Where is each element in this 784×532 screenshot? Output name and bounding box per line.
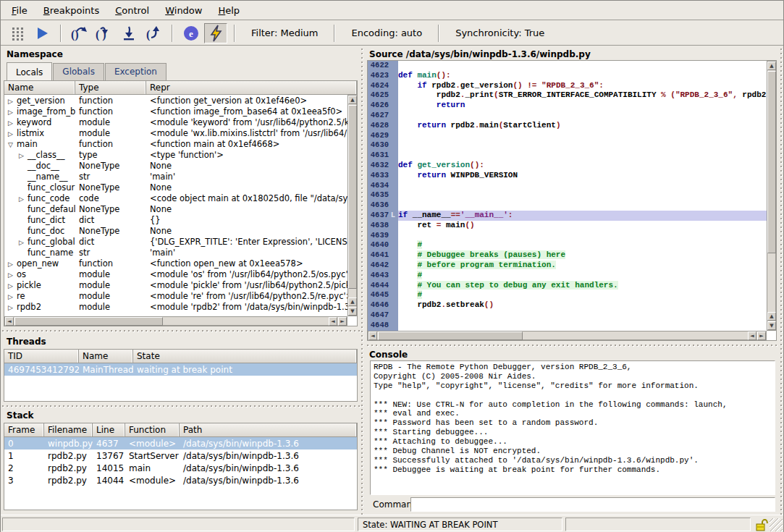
break-button[interactable] bbox=[6, 23, 29, 43]
tab-locals[interactable]: Locals bbox=[7, 62, 52, 81]
stack-frame-row[interactable]: 3rpdb2.py14044<module>/data/sys/bin/winp… bbox=[4, 474, 357, 486]
threads-stack-splitter[interactable] bbox=[1, 403, 361, 409]
next-button[interactable]: () bbox=[68, 23, 91, 43]
scroll-left-button[interactable]: ◄ bbox=[748, 332, 756, 340]
goto-button[interactable]: ( bbox=[142, 23, 165, 43]
source-line[interactable]: if rpdb2.get_version() != "RPDB_2_3_6": bbox=[398, 81, 767, 91]
scroll-right-button[interactable]: ► bbox=[338, 317, 347, 326]
namespace-row[interactable]: func_namestr'main' bbox=[4, 247, 347, 258]
scroll-right-button[interactable]: ► bbox=[757, 332, 766, 340]
scroll-down-button[interactable]: ▼ bbox=[767, 321, 776, 330]
gutter-line[interactable]: 4634 bbox=[368, 181, 398, 191]
encoding-button[interactable]: e bbox=[180, 23, 203, 43]
hscroll-thumb[interactable] bbox=[14, 317, 163, 326]
source-line[interactable]: def get_version(): bbox=[398, 161, 767, 171]
namespace-row[interactable]: ▷remodule<module 're' from '/usr/lib64/p… bbox=[4, 290, 347, 301]
column-header-name[interactable]: Name bbox=[79, 350, 133, 363]
namespace-row[interactable]: ▷func_globaldict{'DLG_EXPR_TITLE': 'Ente… bbox=[4, 236, 347, 247]
column-header-filename[interactable]: Filename bbox=[44, 423, 93, 436]
gutter-line[interactable]: 4628 bbox=[368, 121, 398, 131]
gutter-line[interactable]: 4636 bbox=[368, 200, 398, 211]
column-header-type[interactable]: Type bbox=[75, 81, 146, 94]
gutter-line[interactable]: 4644 bbox=[368, 281, 398, 291]
source-line[interactable]: # bbox=[398, 240, 767, 250]
gutter-line[interactable]: 4643 bbox=[368, 271, 398, 281]
menu-item-control[interactable]: Control bbox=[107, 2, 157, 19]
gutter-line[interactable]: 4626 bbox=[368, 101, 398, 111]
tab-exception[interactable]: Exception bbox=[105, 63, 167, 80]
source-line[interactable] bbox=[398, 181, 767, 191]
source-code[interactable]: def main(): if rpdb2.get_version() != "R… bbox=[398, 61, 767, 331]
scroll-up-button[interactable]: ▲ bbox=[348, 297, 357, 306]
resize-grip[interactable] bbox=[770, 518, 783, 531]
expand-icon[interactable]: ▷ bbox=[8, 282, 17, 290]
source-line[interactable]: # before program termination. bbox=[398, 261, 767, 271]
source-line[interactable]: return rpdb2.main(StartClient) bbox=[398, 121, 767, 131]
collapse-icon[interactable]: ▽ bbox=[8, 141, 17, 148]
scroll-left-button[interactable]: ◄ bbox=[368, 332, 377, 340]
gutter-line[interactable]: 4635 bbox=[368, 190, 398, 200]
namespace-row[interactable]: ▷open_newfunction<function open_new at 0… bbox=[4, 258, 347, 269]
column-header-name[interactable]: Name bbox=[4, 81, 75, 94]
source-vscrollbar[interactable]: ▲ ▲ ▼ bbox=[767, 61, 776, 331]
source-line[interactable] bbox=[398, 131, 767, 141]
stack-frame-row[interactable]: 0winpdb.py4637<module>/data/sys/bin/winp… bbox=[4, 437, 357, 449]
namespace-vscrollbar[interactable]: ▲ ▲ ▼ bbox=[347, 95, 357, 316]
expand-icon[interactable]: ▷ bbox=[8, 130, 17, 138]
source-line[interactable]: # Debuggee breaks (pauses) here bbox=[398, 250, 767, 261]
source-line[interactable]: # bbox=[398, 271, 767, 281]
gutter-line[interactable]: 4623 bbox=[368, 71, 398, 81]
source-line[interactable]: def main(): bbox=[398, 71, 767, 81]
namespace-hscrollbar[interactable]: ◄ ◄ ► bbox=[4, 316, 347, 326]
gutter-line[interactable]: 4647 bbox=[368, 311, 398, 321]
namespace-row[interactable]: func_docNoneTypeNone bbox=[4, 225, 347, 236]
namespace-row[interactable]: ▷image_from_bfunction<function image_fro… bbox=[4, 106, 347, 117]
menu-item-file[interactable]: File bbox=[4, 2, 35, 19]
namespace-row[interactable]: ▷rpdb2module<module 'rpdb2' from '/data/… bbox=[4, 301, 347, 312]
namespace-row[interactable]: ▷osmodule<module 'os' from '/usr/lib64/p… bbox=[4, 269, 347, 279]
menu-item-breakpoints[interactable]: Breakpoints bbox=[35, 2, 107, 19]
source-line[interactable]: ret = main() bbox=[398, 221, 767, 231]
expand-icon[interactable]: ▷ bbox=[8, 119, 17, 127]
gutter-line[interactable]: 4638 bbox=[368, 221, 398, 231]
encoding-label[interactable]: Encoding: auto bbox=[341, 28, 432, 38]
command-input[interactable] bbox=[410, 497, 775, 512]
source-console-splitter[interactable] bbox=[366, 342, 779, 348]
expand-icon[interactable]: ▷ bbox=[8, 293, 17, 300]
column-header-path[interactable]: Path bbox=[180, 423, 357, 436]
expand-icon[interactable]: ▷ bbox=[8, 271, 17, 279]
gutter-line[interactable]: 4640 bbox=[368, 240, 398, 250]
source-line[interactable] bbox=[398, 311, 767, 321]
source-line[interactable] bbox=[398, 200, 767, 211]
step-into-button[interactable]: ( ) bbox=[93, 23, 116, 43]
gutter-line[interactable]: 4641 bbox=[368, 250, 398, 261]
source-gutter[interactable]: 4622462346244625462646274628462946304631… bbox=[368, 61, 398, 331]
gutter-line[interactable]: 4648 bbox=[368, 321, 398, 331]
gutter-line[interactable]: 4632 bbox=[368, 161, 398, 171]
gutter-line[interactable]: 4639 bbox=[368, 231, 398, 241]
expand-icon[interactable]: ▷ bbox=[8, 261, 17, 268]
filter-label[interactable]: Filter: Medium bbox=[241, 28, 328, 38]
scroll-up-button[interactable]: ▲ bbox=[348, 96, 357, 104]
gutter-line[interactable]: 4645 bbox=[368, 290, 398, 300]
source-line[interactable]: # bbox=[398, 290, 767, 300]
expand-icon[interactable]: ▷ bbox=[19, 239, 28, 246]
scroll-left-button[interactable]: ◄ bbox=[329, 317, 337, 326]
gutter-line[interactable]: 4630 bbox=[368, 140, 398, 151]
namespace-row[interactable]: func_closurNoneTypeNone bbox=[4, 182, 347, 193]
console-output[interactable]: RPDB - The Remote Python Debugger, versi… bbox=[370, 360, 775, 495]
expand-icon[interactable]: ▷ bbox=[8, 98, 17, 105]
menu-item-window[interactable]: Window bbox=[157, 2, 210, 19]
source-line[interactable]: return WINPDB_VERSION bbox=[398, 171, 767, 181]
column-header-function[interactable]: Function bbox=[125, 423, 180, 436]
namespace-row[interactable]: func_defaulNoneTypeNone bbox=[4, 203, 347, 214]
expand-icon[interactable]: ▷ bbox=[19, 152, 28, 159]
gutter-line[interactable]: 4637L bbox=[368, 211, 398, 221]
go-button[interactable] bbox=[30, 23, 54, 43]
source-line[interactable] bbox=[398, 231, 767, 241]
gutter-line[interactable]: 4627 bbox=[368, 111, 398, 121]
vscroll-thumb[interactable] bbox=[767, 71, 776, 253]
namespace-row[interactable]: ▷keywordmodule<module 'keyword' from '/u… bbox=[4, 117, 347, 127]
namespace-row[interactable]: ▷listmixmodule<module 'wx.lib.mixins.lis… bbox=[4, 127, 347, 138]
namespace-row[interactable]: func_dictdict{} bbox=[4, 214, 347, 225]
